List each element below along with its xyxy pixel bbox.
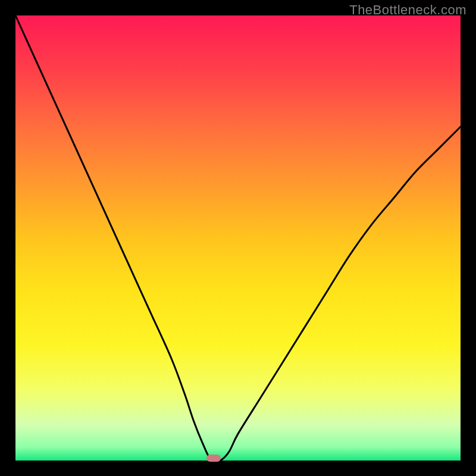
bottleneck-curve [15,15,461,461]
chart-frame: TheBottleneck.com [0,0,476,476]
plot-area [15,15,461,461]
optimal-marker [206,455,221,462]
watermark: TheBottleneck.com [349,2,466,18]
